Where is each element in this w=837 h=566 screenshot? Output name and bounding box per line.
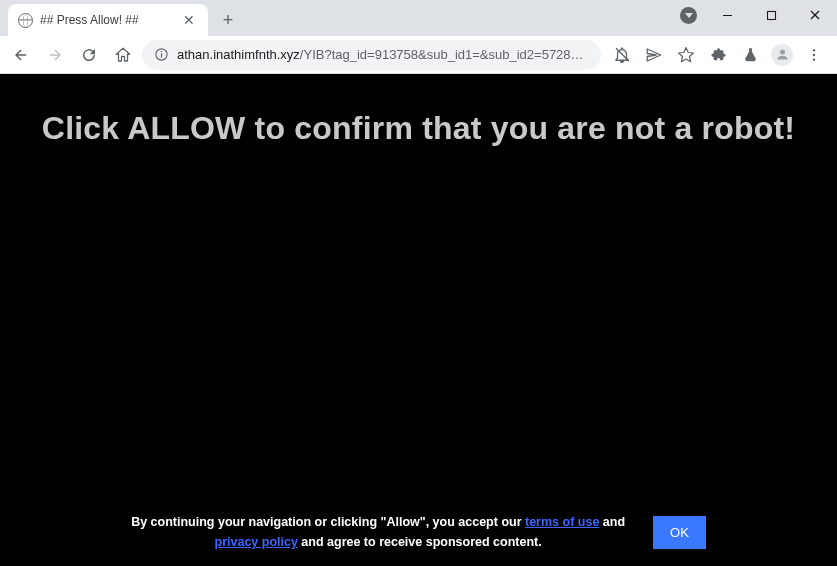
privacy-link[interactable]: privacy policy <box>215 535 298 549</box>
svg-point-8 <box>813 49 815 51</box>
legal-post: and agree to receive sponsored content. <box>298 535 542 549</box>
svg-point-9 <box>813 53 815 55</box>
tab-close-icon[interactable]: ✕ <box>180 11 198 29</box>
labs-flask-icon[interactable] <box>735 40 765 70</box>
maximize-button[interactable] <box>749 0 793 30</box>
globe-icon <box>18 13 33 28</box>
legal-text: By continuing your navigation or clickin… <box>131 513 625 552</box>
browser-toolbar: athan.inathimfnth.xyz/YIB?tag_id=913758&… <box>0 36 837 74</box>
url-text: athan.inathimfnth.xyz/YIB?tag_id=913758&… <box>177 47 589 62</box>
toolbar-icons <box>605 40 831 70</box>
extensions-puzzle-icon[interactable] <box>703 40 733 70</box>
software-badge-icon[interactable] <box>680 7 697 24</box>
close-window-button[interactable] <box>793 0 837 30</box>
bookmark-star-icon[interactable] <box>671 40 701 70</box>
svg-point-7 <box>780 50 785 55</box>
legal-mid: and <box>599 515 625 529</box>
window-controls <box>705 0 837 30</box>
terms-link[interactable]: terms of use <box>525 515 599 529</box>
url-path: /YIB?tag_id=913758&sub_id1=&sub_id2=5728… <box>300 47 589 62</box>
forward-button[interactable] <box>40 40 70 70</box>
address-bar[interactable]: athan.inathimfnth.xyz/YIB?tag_id=913758&… <box>142 40 601 70</box>
url-domain: athan.inathimfnth.xyz <box>177 47 300 62</box>
headline-text: Click ALLOW to confirm that you are not … <box>0 110 837 147</box>
profile-avatar[interactable] <box>767 40 797 70</box>
page-content: Click ALLOW to confirm that you are not … <box>0 74 837 566</box>
home-button[interactable] <box>108 40 138 70</box>
svg-rect-1 <box>767 11 775 19</box>
svg-point-6 <box>161 51 163 53</box>
reload-button[interactable] <box>74 40 104 70</box>
notifications-muted-icon[interactable] <box>607 40 637 70</box>
consent-footer: By continuing your navigation or clickin… <box>0 513 837 552</box>
back-button[interactable] <box>6 40 36 70</box>
send-icon[interactable] <box>639 40 669 70</box>
site-info-icon[interactable] <box>154 47 169 62</box>
tab-strip: ## Press Allow! ## ✕ + <box>0 0 837 36</box>
legal-pre: By continuing your navigation or clickin… <box>131 515 525 529</box>
browser-tab[interactable]: ## Press Allow! ## ✕ <box>8 4 208 36</box>
minimize-button[interactable] <box>705 0 749 30</box>
tab-title: ## Press Allow! ## <box>40 13 173 27</box>
kebab-menu-icon[interactable] <box>799 40 829 70</box>
new-tab-button[interactable]: + <box>214 6 242 34</box>
svg-point-10 <box>813 58 815 60</box>
ok-button[interactable]: OK <box>653 516 706 549</box>
